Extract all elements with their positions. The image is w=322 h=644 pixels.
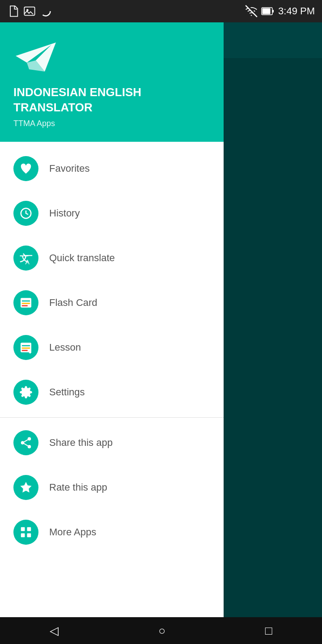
translate-icon-circle: 文 A	[13, 246, 38, 271]
svg-rect-22	[22, 345, 30, 346]
nav-back-button[interactable]: ◁	[50, 624, 59, 638]
status-time: 3:49 PM	[278, 5, 315, 17]
menu-item-settings[interactable]: Settings	[0, 370, 224, 415]
svg-point-28	[28, 437, 31, 441]
navigation-bar: ◁ ○ □	[0, 617, 322, 644]
menu-item-rate[interactable]: Rate this app	[0, 465, 224, 510]
flash-card-label: Flash Card	[49, 297, 97, 309]
menu-item-favorites[interactable]: Favorites	[0, 146, 224, 191]
more-apps-icon-circle	[13, 520, 38, 545]
drawer-header: INDONESIAN ENGLISHTRANSLATOR TTMA Apps	[0, 22, 224, 142]
svg-rect-24	[22, 350, 28, 351]
favorites-icon-circle	[13, 156, 38, 181]
lesson-icon-circle	[13, 335, 38, 360]
rate-label: Rate this app	[49, 482, 107, 493]
settings-label: Settings	[49, 386, 85, 398]
svg-point-29	[21, 441, 25, 445]
svg-rect-36	[21, 533, 25, 537]
svg-rect-37	[27, 533, 31, 537]
svg-rect-20	[22, 305, 28, 306]
star-icon	[19, 481, 33, 494]
lesson-icon	[19, 340, 33, 355]
clock-icon	[19, 207, 33, 220]
drawer-overlay[interactable]	[219, 22, 322, 644]
status-bar-right: 3:49 PM	[245, 5, 315, 17]
rate-icon-circle	[13, 475, 38, 500]
settings-icon	[19, 386, 33, 399]
favorites-label: Favorites	[49, 163, 89, 174]
flashcard-icon	[19, 296, 33, 310]
svg-marker-33	[21, 482, 32, 492]
nav-home-button[interactable]: ○	[158, 624, 165, 638]
settings-icon-circle	[13, 380, 38, 405]
svg-rect-5	[272, 10, 274, 13]
share-icon	[19, 436, 33, 449]
svg-rect-18	[22, 300, 30, 301]
svg-rect-23	[22, 347, 30, 349]
spinner-icon	[39, 5, 52, 17]
wifi-off-icon	[245, 5, 258, 17]
menu-item-lesson[interactable]: Lesson	[0, 325, 224, 370]
battery-icon	[261, 7, 275, 16]
flashcard-icon-circle	[13, 290, 38, 315]
nav-recent-button[interactable]: □	[265, 624, 272, 638]
svg-rect-34	[21, 527, 25, 531]
svg-point-3	[251, 15, 252, 16]
document-icon	[7, 5, 20, 17]
menu-item-more-apps[interactable]: More Apps	[0, 510, 224, 555]
svg-point-30	[28, 445, 31, 449]
more-apps-label: More Apps	[49, 526, 96, 538]
grid-icon	[19, 525, 33, 539]
svg-rect-6	[263, 8, 271, 14]
history-icon-circle	[13, 201, 38, 226]
translate-icon: 文 A	[18, 250, 34, 266]
quick-translate-label: Quick translate	[49, 252, 115, 264]
menu-item-history[interactable]: History	[0, 191, 224, 236]
svg-point-2	[41, 7, 51, 16]
drawer-app-name: INDONESIAN ENGLISHTRANSLATOR	[13, 85, 210, 115]
menu-item-quick-translate[interactable]: 文 A Quick translate	[0, 236, 224, 280]
svg-line-31	[24, 443, 28, 445]
image-icon	[23, 5, 36, 17]
menu-item-flash-card[interactable]: Flash Card	[0, 280, 224, 325]
svg-line-32	[24, 440, 28, 442]
lesson-label: Lesson	[49, 342, 81, 353]
drawer-menu: Favorites History 文 A	[0, 142, 224, 644]
drawer-logo	[13, 36, 210, 76]
drawer-dev-name: TTMA Apps	[13, 119, 210, 128]
status-bar: 3:49 PM	[0, 0, 322, 22]
heart-icon	[19, 162, 33, 175]
svg-rect-35	[27, 527, 31, 531]
navigation-drawer: INDONESIAN ENGLISHTRANSLATOR TTMA Apps F…	[0, 22, 224, 644]
share-label: Share this app	[49, 437, 113, 449]
status-bar-left	[7, 5, 52, 17]
history-label: History	[49, 208, 80, 219]
menu-item-share[interactable]: Share this app	[0, 420, 224, 465]
main-layout: INDONESIAN	[0, 22, 322, 644]
share-icon-circle	[13, 430, 38, 455]
svg-text:A: A	[25, 258, 30, 266]
menu-divider	[0, 417, 224, 418]
svg-rect-19	[22, 303, 30, 304]
